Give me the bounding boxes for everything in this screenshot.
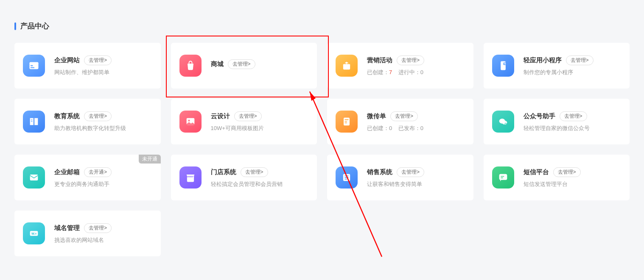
created-label: 已创建： (367, 69, 389, 75)
card-title: 营销活动 (367, 56, 392, 64)
design-icon (179, 111, 202, 133)
card-sales[interactable]: 销售系统 去管理> 让获客和销售变得简单 (327, 155, 473, 200)
svg-rect-26 (501, 177, 503, 178)
created-value: 0 (389, 125, 392, 131)
sales-icon (336, 166, 358, 189)
mall-icon (179, 55, 202, 77)
manage-button[interactable]: 去管理> (228, 59, 255, 69)
svg-rect-2 (31, 65, 33, 66)
card-flyer[interactable]: 微传单 去管理> 已创建：0 已发布：0 (327, 99, 473, 144)
svg-rect-9 (31, 121, 33, 122)
manage-button[interactable]: 去管理> (84, 223, 112, 233)
card-education[interactable]: 教育系统 去管理> 助力教培机构数字化转型升级 (14, 99, 161, 144)
svg-rect-13 (344, 119, 348, 120)
title-bar (14, 22, 16, 30)
card-title: 商城 (211, 60, 224, 68)
manage-button[interactable]: 去管理> (241, 167, 268, 177)
not-activated-badge: 未开通 (139, 155, 161, 164)
svg-rect-14 (344, 121, 347, 122)
card-title: 销售系统 (367, 168, 392, 176)
svg-point-7 (503, 62, 506, 65)
card-website[interactable]: 企业网站 去管理> 网站制作、维护都简单 (14, 43, 161, 89)
manage-button[interactable]: 去管理> (390, 111, 418, 121)
card-subtitle: 让获客和销售变得简单 (367, 180, 465, 188)
card-title: 企业网站 (54, 56, 80, 64)
manage-button[interactable]: 去管理> (84, 111, 112, 121)
card-title: 云设计 (211, 112, 230, 120)
store-icon (179, 166, 202, 189)
manage-button[interactable]: 去管理> (234, 111, 262, 121)
card-title: 轻应用小程序 (524, 56, 562, 64)
svg-rect-24 (499, 174, 507, 180)
manage-button[interactable]: 去管理> (397, 167, 424, 177)
card-email[interactable]: 未开通 企业邮箱 去开通> 更专业的商务沟通助手 (14, 155, 161, 200)
activate-button[interactable]: 去开通> (84, 167, 112, 177)
svg-text:W.=: W.= (31, 232, 36, 235)
card-domain[interactable]: W.= 域名管理 去管理> 挑选喜欢的网站域名 (14, 211, 161, 256)
card-subtitle: 轻松管理自家的微信公众号 (524, 125, 622, 132)
email-icon (23, 166, 45, 189)
card-design[interactable]: 云设计 去管理> 10W+可商用模板图片 (171, 99, 317, 144)
published-label: 已发布： (398, 125, 420, 131)
svg-rect-15 (344, 122, 347, 123)
svg-rect-1 (30, 62, 39, 64)
card-subtitle: 更专业的商务沟通助手 (54, 180, 152, 188)
card-subtitle: 已创建：7 进行中：0 (367, 69, 465, 76)
card-title: 域名管理 (54, 224, 80, 232)
svg-rect-5 (343, 64, 350, 66)
card-subtitle: 助力教培机构数字化转型升级 (54, 125, 152, 132)
card-wechat[interactable]: 公众号助手 去管理> 轻松管理自家的微信公众号 (484, 99, 630, 144)
sms-icon (492, 166, 514, 189)
card-title: 微传单 (367, 112, 386, 120)
svg-rect-8 (31, 119, 33, 120)
created-label: 已创建： (367, 125, 389, 131)
card-subtitle: 网站制作、维护都简单 (54, 69, 152, 76)
card-title: 短信平台 (524, 168, 549, 176)
running-value: 0 (420, 69, 423, 75)
card-subtitle: 挑选喜欢的网站域名 (54, 236, 152, 244)
card-subtitle: 10W+可商用模板图片 (211, 125, 309, 132)
card-title: 公众号助手 (524, 112, 555, 120)
card-subtitle: 轻松搞定会员管理和会员营销 (211, 180, 309, 188)
svg-rect-23 (344, 179, 347, 180)
card-subtitle: 短信发送管理平台 (524, 180, 622, 188)
manage-button[interactable]: 去管理> (566, 55, 594, 65)
section-title: 产品中心 (14, 21, 630, 31)
created-value: 7 (389, 69, 392, 75)
education-icon (23, 111, 45, 133)
svg-rect-22 (344, 177, 348, 178)
card-subtitle: 已创建：0 已发布：0 (367, 125, 465, 132)
manage-button[interactable]: 去管理> (553, 167, 581, 177)
card-title: 教育系统 (54, 112, 80, 120)
published-value: 0 (420, 125, 423, 131)
card-marketing[interactable]: 营销活动 去管理> 已创建：7 进行中：0 (327, 43, 473, 89)
card-store[interactable]: 门店系统 去管理> 轻松搞定会员管理和会员营销 (171, 155, 317, 200)
wechat-icon (492, 111, 514, 133)
svg-rect-19 (30, 175, 38, 180)
card-title: 门店系统 (211, 168, 236, 176)
section-title-text: 产品中心 (20, 21, 49, 31)
card-miniapp[interactable]: 轻应用小程序 去管理> 制作您的专属小程序 (484, 43, 630, 89)
miniapp-icon (492, 55, 514, 77)
svg-point-11 (188, 120, 190, 122)
flyer-icon (336, 111, 358, 133)
running-label: 进行中： (398, 69, 420, 75)
product-grid: 企业网站 去管理> 网站制作、维护都简单 商城 去管理> (14, 43, 630, 256)
card-sms[interactable]: 短信平台 去管理> 短信发送管理平台 (484, 155, 630, 200)
svg-rect-3 (31, 67, 34, 68)
svg-rect-21 (344, 175, 348, 176)
card-subtitle: 制作您的专属小程序 (524, 69, 622, 76)
marketing-icon (336, 55, 358, 77)
manage-button[interactable]: 去管理> (560, 111, 587, 121)
manage-button[interactable]: 去管理> (84, 55, 112, 65)
website-icon (23, 55, 45, 77)
svg-rect-25 (501, 176, 504, 177)
domain-icon: W.= (23, 222, 45, 244)
card-mall[interactable]: 商城 去管理> (171, 43, 317, 89)
card-title: 企业邮箱 (54, 168, 80, 176)
manage-button[interactable]: 去管理> (397, 55, 424, 65)
